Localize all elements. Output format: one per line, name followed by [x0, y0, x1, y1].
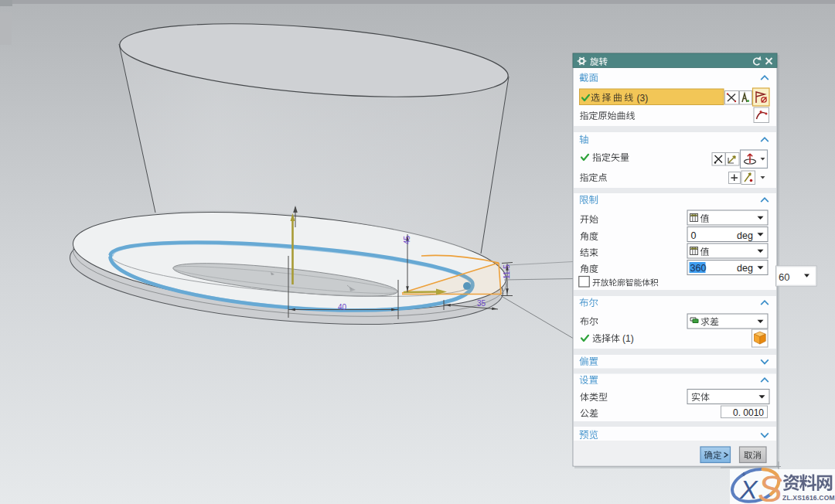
svg-text:35: 35	[477, 299, 486, 308]
svg-text:ZL.XS1616.COM: ZL.XS1616.COM	[782, 494, 835, 502]
svg-text:S: S	[758, 468, 782, 504]
svg-text:0. 0010: 0. 0010	[733, 407, 764, 418]
svg-text:(3): (3)	[637, 93, 649, 104]
svg-text:360: 360	[690, 263, 707, 274]
svg-text:X: X	[739, 475, 758, 504]
svg-text:(1): (1)	[622, 333, 634, 344]
svg-text:deg: deg	[737, 230, 753, 241]
svg-text:deg: deg	[737, 263, 753, 274]
svg-text:45: 45	[403, 235, 411, 244]
svg-text:40: 40	[338, 303, 347, 312]
svg-text:11.5: 11.5	[503, 264, 511, 279]
svg-text:60: 60	[779, 271, 789, 283]
svg-text:0: 0	[691, 230, 697, 241]
